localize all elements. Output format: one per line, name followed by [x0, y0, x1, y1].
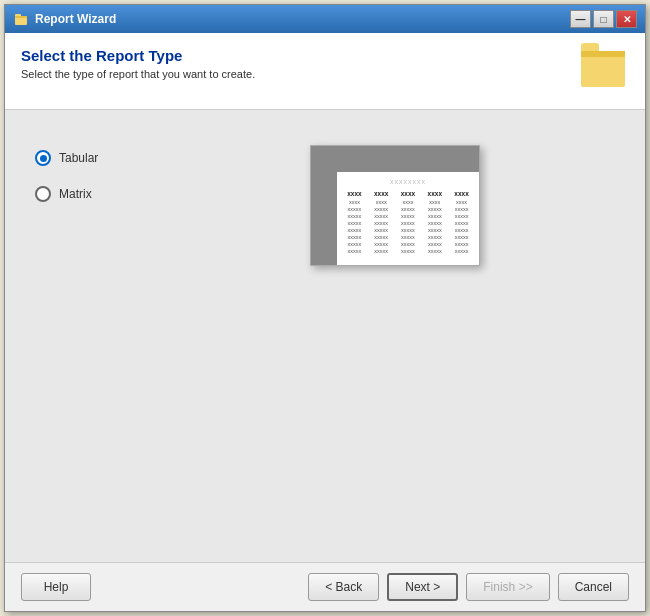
minimize-button[interactable]: — — [570, 10, 591, 28]
matrix-option[interactable]: Matrix — [35, 186, 135, 202]
cell: xxxxx — [369, 227, 394, 233]
cell: xxxxx — [422, 227, 447, 233]
tabular-radio[interactable] — [35, 150, 51, 166]
cell: xxxx — [369, 199, 394, 205]
cell: xxxx — [422, 199, 447, 205]
content-area: Tabular Matrix xxxxxxxx — [5, 110, 645, 562]
table-row: xxxx xxxx xxxx xxxx xxxx — [342, 199, 474, 205]
cell: xxxxx — [396, 248, 421, 254]
footer-right: < Back Next > Finish >> Cancel — [308, 573, 629, 601]
table-row: xxxxx xxxxx xxxxx xxxxx xxxxx — [342, 227, 474, 233]
cell: xxxxx — [342, 241, 367, 247]
footer-section: Help < Back Next > Finish >> Cancel — [5, 562, 645, 611]
cell: xxxxx — [449, 206, 474, 212]
cell: xxxxx — [369, 220, 394, 226]
matrix-label: Matrix — [59, 187, 92, 201]
preview-top-bar — [311, 146, 479, 172]
cell: xxxxx — [369, 241, 394, 247]
header-icon — [581, 47, 629, 95]
cell: xxxx — [342, 199, 367, 205]
svg-rect-2 — [15, 16, 27, 18]
folder-icon — [581, 51, 625, 87]
cell: xxxxx — [342, 213, 367, 219]
cell: xxxxx — [396, 206, 421, 212]
help-button[interactable]: Help — [21, 573, 91, 601]
table-row: xxxxx xxxxx xxxxx xxxxx xxxxx — [342, 213, 474, 219]
header-text: Select the Report Type Select the type o… — [21, 47, 255, 80]
cell: xxxxx — [449, 234, 474, 240]
col-header-0: xxxx — [342, 190, 367, 197]
tabular-label: Tabular — [59, 151, 98, 165]
cell: xxxxx — [396, 227, 421, 233]
cell: xxxxx — [449, 241, 474, 247]
matrix-radio[interactable] — [35, 186, 51, 202]
table-row: xxxxx xxxxx xxxxx xxxxx xxxxx — [342, 234, 474, 240]
cell: xxxxx — [342, 206, 367, 212]
cell: xxxxx — [369, 234, 394, 240]
table-row: xxxxx xxxxx xxxxx xxxxx xxxxx — [342, 248, 474, 254]
window-controls: — □ ✕ — [570, 10, 637, 28]
finish-button[interactable]: Finish >> — [466, 573, 549, 601]
cell: xxxxx — [369, 206, 394, 212]
cell: xxxxx — [422, 206, 447, 212]
preview-left-bar — [311, 172, 337, 265]
footer-left: Help — [21, 573, 91, 601]
page-title: Select the Report Type — [21, 47, 255, 64]
preview-rows: xxxx xxxx xxxx xxxx xxxx xxxxx xxxxx xxx… — [342, 199, 474, 254]
cell: xxxxx — [449, 220, 474, 226]
wizard-title-icon — [13, 11, 29, 27]
preview-content: xxxxxxxx xxxx xxxx xxxx xxxx xxxx xxxx x… — [337, 172, 479, 265]
tabular-radio-dot — [40, 155, 47, 162]
cell: xxxx — [449, 199, 474, 205]
window-title: Report Wizard — [35, 12, 570, 26]
preview-panel: xxxxxxxx xxxx xxxx xxxx xxxx xxxx xxxx x… — [175, 140, 615, 266]
cell: xxxxx — [342, 220, 367, 226]
preview-col-headers: xxxx xxxx xxxx xxxx xxxx — [342, 190, 474, 197]
cell: xxxxx — [369, 213, 394, 219]
col-header-4: xxxx — [449, 190, 474, 197]
col-header-2: xxxx — [396, 190, 421, 197]
cell: xxxxx — [449, 227, 474, 233]
cell: xxxxx — [342, 227, 367, 233]
cell: xxxxx — [449, 248, 474, 254]
cell: xxxxx — [396, 234, 421, 240]
cell: xxxxx — [396, 213, 421, 219]
cell: xxxxx — [396, 241, 421, 247]
cancel-button[interactable]: Cancel — [558, 573, 629, 601]
preview-title: xxxxxxxx — [342, 178, 474, 185]
report-preview: xxxxxxxx xxxx xxxx xxxx xxxx xxxx xxxx x… — [310, 145, 480, 266]
report-wizard-window: Report Wizard — □ ✕ Select the Report Ty… — [4, 4, 646, 612]
cell: xxxxx — [422, 213, 447, 219]
title-bar: Report Wizard — □ ✕ — [5, 5, 645, 33]
cell: xxxx — [396, 199, 421, 205]
next-button[interactable]: Next > — [387, 573, 458, 601]
cell: xxxxx — [449, 213, 474, 219]
back-button[interactable]: < Back — [308, 573, 379, 601]
col-header-1: xxxx — [369, 190, 394, 197]
options-panel: Tabular Matrix — [35, 140, 135, 202]
cell: xxxxx — [396, 220, 421, 226]
cell: xxxxx — [369, 248, 394, 254]
table-row: xxxxx xxxxx xxxxx xxxxx xxxxx — [342, 241, 474, 247]
cell: xxxxx — [422, 234, 447, 240]
cell: xxxxx — [422, 220, 447, 226]
close-button[interactable]: ✕ — [616, 10, 637, 28]
header-section: Select the Report Type Select the type o… — [5, 33, 645, 110]
cell: xxxxx — [422, 241, 447, 247]
table-row: xxxxx xxxxx xxxxx xxxxx xxxxx — [342, 220, 474, 226]
col-header-3: xxxx — [422, 190, 447, 197]
page-subtitle: Select the type of report that you want … — [21, 68, 255, 80]
cell: xxxxx — [342, 248, 367, 254]
table-row: xxxxx xxxxx xxxxx xxxxx xxxxx — [342, 206, 474, 212]
cell: xxxxx — [422, 248, 447, 254]
maximize-button[interactable]: □ — [593, 10, 614, 28]
cell: xxxxx — [342, 234, 367, 240]
tabular-option[interactable]: Tabular — [35, 150, 135, 166]
